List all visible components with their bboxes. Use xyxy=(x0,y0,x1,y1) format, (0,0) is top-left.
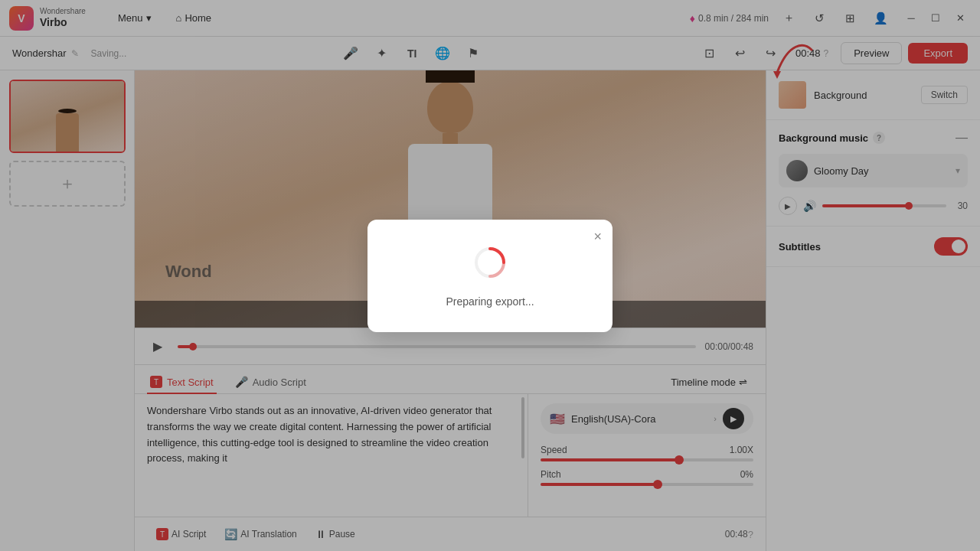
export-modal-overlay: × Preparing export... xyxy=(0,0,980,551)
export-modal: × Preparing export... xyxy=(368,220,612,332)
spinner-svg xyxy=(472,244,508,281)
loading-spinner xyxy=(472,244,508,283)
modal-close-button[interactable]: × xyxy=(593,229,602,245)
modal-preparing-text: Preparing export... xyxy=(446,295,534,308)
